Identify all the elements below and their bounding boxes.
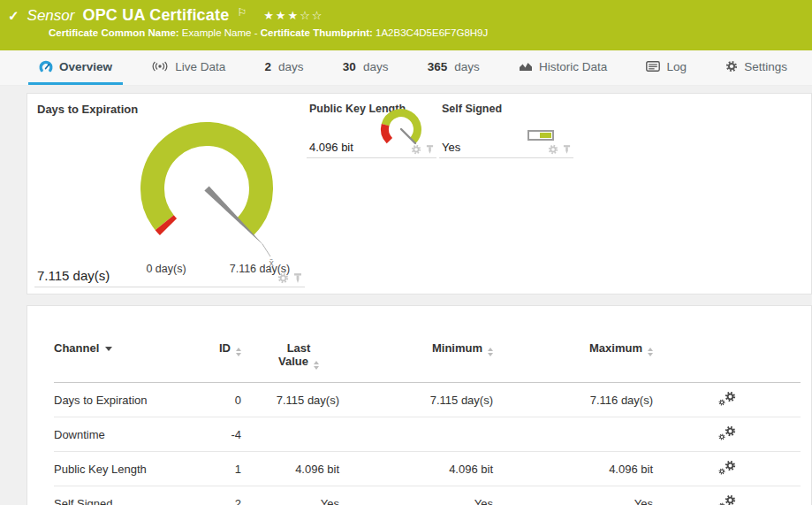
channel-value: Yes bbox=[442, 141, 460, 154]
area-chart-icon bbox=[519, 61, 533, 72]
priority-stars[interactable]: ★★★☆☆ bbox=[263, 9, 323, 22]
channel-value: 7.115 day(s) bbox=[37, 268, 110, 283]
table-row: Self Signed 2 Yes Yes Yes bbox=[54, 486, 801, 505]
cell-maximum: 4.096 bit bbox=[493, 452, 653, 486]
gauge-panel-public-key-length: Public Key Length 4.096 bit bbox=[307, 99, 436, 158]
tab-settings[interactable]: Settings bbox=[715, 50, 798, 85]
sensor-subtitle: Certificate Common Name: Example Name - … bbox=[0, 27, 812, 38]
log-icon bbox=[646, 61, 660, 72]
tab-historic-data[interactable]: Historic Data bbox=[508, 50, 618, 85]
cell-channel[interactable]: Downtime bbox=[54, 417, 186, 452]
header-label: Minimum bbox=[432, 341, 482, 355]
gear-icon[interactable] bbox=[548, 144, 558, 155]
channel-table: Channel ID Last Value Minimum Maximum bbox=[54, 333, 801, 505]
cell-minimum: 7.115 day(s) bbox=[339, 383, 493, 417]
tab-number: 30 bbox=[343, 60, 356, 73]
tab-365-days[interactable]: 365 days bbox=[417, 50, 490, 85]
channel-table-panel: Channel ID Last Value Minimum Maximum bbox=[27, 305, 812, 505]
overview-panel: Days to Expiration x̄ 0 day(s) 7.116 day… bbox=[27, 93, 812, 295]
sort-icon bbox=[314, 361, 319, 370]
header-channel[interactable]: Channel bbox=[54, 333, 186, 383]
channel-settings-icon[interactable] bbox=[718, 494, 736, 505]
header-last-value[interactable]: Last Value bbox=[241, 333, 339, 383]
thumbprint-label: Certificate Thumbprint: bbox=[261, 27, 373, 38]
common-name-value: Example Name bbox=[182, 27, 252, 38]
cell-minimum: Yes bbox=[339, 486, 493, 505]
error-limit-marker bbox=[164, 223, 168, 227]
tab-30-days[interactable]: 30 days bbox=[332, 50, 399, 85]
gauge-panel-self-signed: Self Signed Yes bbox=[439, 99, 573, 158]
tab-label: Live Data bbox=[175, 60, 225, 73]
cell-maximum bbox=[493, 417, 653, 452]
sort-desc-icon bbox=[105, 347, 112, 351]
thumbprint-value: 1A2B3C4D5E6F7G8H9J bbox=[376, 27, 488, 38]
gear-icon[interactable] bbox=[277, 272, 289, 284]
tab-label: days bbox=[363, 60, 389, 73]
tab-live-data[interactable]: Live Data bbox=[140, 50, 236, 85]
tab-overview[interactable]: Overview bbox=[28, 50, 123, 85]
sort-icon bbox=[488, 348, 493, 356]
cell-last-value: 7.115 day(s) bbox=[241, 383, 339, 417]
tab-label: days bbox=[278, 60, 304, 73]
header-actions bbox=[653, 333, 801, 383]
cell-id: 1 bbox=[186, 452, 241, 486]
common-name-label: Certificate Common Name: bbox=[49, 27, 179, 38]
channel-value: 4.096 bit bbox=[309, 141, 353, 154]
sort-icon bbox=[648, 348, 653, 356]
header-label: Channel bbox=[54, 341, 99, 355]
table-row: Days to Expiration 0 7.115 day(s) 7.115 … bbox=[54, 383, 801, 417]
tab-number: 365 bbox=[428, 60, 448, 73]
gauge-icon bbox=[39, 60, 53, 73]
sensor-title: OPC UA Certificate bbox=[82, 6, 229, 25]
tab-label: Log bbox=[666, 60, 687, 73]
pin-icon[interactable] bbox=[426, 144, 434, 155]
header-id[interactable]: ID bbox=[186, 333, 241, 383]
subtitle-separator: - bbox=[254, 27, 258, 38]
cell-minimum bbox=[339, 417, 493, 452]
table-row: Downtime -4 bbox=[54, 417, 801, 452]
cell-last-value bbox=[241, 417, 339, 452]
cell-channel[interactable]: Public Key Length bbox=[54, 452, 186, 486]
channel-settings-icon[interactable] bbox=[718, 425, 736, 440]
channel-settings-icon[interactable] bbox=[718, 460, 736, 475]
prtg-sensor-page: ✓ Sensor OPC UA Certificate ⚐ ★★★☆☆ Cert… bbox=[0, 0, 812, 505]
header-minimum[interactable]: Minimum bbox=[339, 333, 493, 383]
pin-icon[interactable] bbox=[563, 144, 571, 155]
cell-id: -4 bbox=[186, 417, 241, 452]
gauge-min-label: 0 day(s) bbox=[146, 263, 186, 275]
self-signed-indicator bbox=[527, 130, 554, 141]
cell-maximum: Yes bbox=[493, 486, 653, 505]
tab-label: Settings bbox=[744, 60, 787, 73]
sort-icon bbox=[236, 348, 241, 356]
cell-last-value: 4.096 bit bbox=[241, 452, 339, 486]
gauge-title: Days to Expiration bbox=[34, 99, 305, 116]
pin-icon[interactable] bbox=[293, 272, 302, 284]
status-check-icon: ✓ bbox=[8, 8, 19, 24]
cell-id: 0 bbox=[186, 383, 241, 417]
table-row: Public Key Length 1 4.096 bit 4.096 bit … bbox=[54, 452, 801, 486]
sensor-kind-label: Sensor bbox=[27, 7, 75, 25]
flag-icon[interactable]: ⚐ bbox=[237, 6, 247, 19]
gauge-panel-days-to-expiration: Days to Expiration x̄ 0 day(s) 7.116 day… bbox=[34, 99, 305, 287]
cell-id: 2 bbox=[186, 486, 241, 505]
sensor-banner: ✓ Sensor OPC UA Certificate ⚐ ★★★☆☆ Cert… bbox=[0, 0, 812, 50]
tab-bar: Overview Live Data 2 days 30 days 365 da… bbox=[0, 50, 812, 86]
cell-last-value: Yes bbox=[241, 486, 339, 505]
tab-number: 2 bbox=[265, 60, 272, 73]
gear-icon[interactable] bbox=[411, 144, 421, 155]
channel-settings-icon[interactable] bbox=[718, 391, 736, 406]
cell-channel[interactable]: Days to Expiration bbox=[54, 383, 186, 417]
header-label: Maximum bbox=[589, 341, 642, 355]
tab-label: days bbox=[454, 60, 480, 73]
tab-label: Historic Data bbox=[539, 60, 607, 73]
days-to-expiration-gauge: x̄ 0 day(s) 7.116 day(s) bbox=[34, 120, 300, 278]
indicator-knob bbox=[540, 133, 551, 138]
header-maximum[interactable]: Maximum bbox=[493, 333, 653, 383]
broadcast-icon bbox=[151, 61, 169, 72]
gauge-title: Self Signed bbox=[439, 99, 573, 115]
table-header-row: Channel ID Last Value Minimum Maximum bbox=[54, 333, 801, 383]
cell-channel[interactable]: Self Signed bbox=[54, 486, 186, 505]
tab-2-days[interactable]: 2 days bbox=[254, 50, 315, 85]
tab-label: Overview bbox=[59, 60, 112, 73]
tab-log[interactable]: Log bbox=[635, 50, 697, 85]
